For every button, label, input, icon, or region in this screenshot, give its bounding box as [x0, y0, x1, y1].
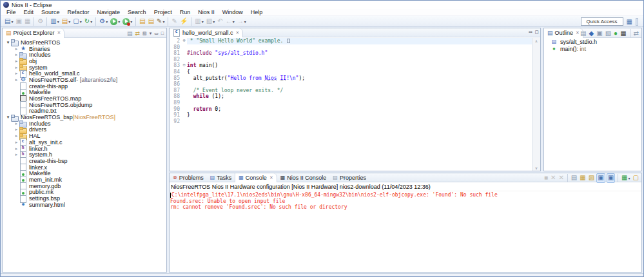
tree-item-niosfreertos-elf[interactable]: ▸⚙NiosFreeRTOS.elf - [alteranios2/le]: [3, 77, 166, 83]
tree-item-memory-gdb[interactable]: memory.gdb: [3, 183, 166, 189]
menu-help[interactable]: Help: [247, 9, 267, 15]
word-wrap-button[interactable]: ▧: [588, 173, 595, 183]
new-file-button[interactable]: ▢▾: [72, 17, 82, 26]
tree-item-settings-bsp[interactable]: settings.bsp: [3, 195, 166, 202]
open-type-button[interactable]: ▥▾: [194, 17, 204, 26]
menu-window[interactable]: Window: [219, 9, 247, 15]
menu-refactor[interactable]: Refactor: [64, 9, 93, 15]
new-console-view-button[interactable]: ▢: [632, 173, 639, 183]
hide-static-members-button[interactable]: ▧: [605, 28, 612, 38]
run-button[interactable]: ▾: [110, 17, 121, 26]
view-menu-icon[interactable]: ▾: [150, 31, 152, 36]
tab-tasks[interactable]: ▤Tasks: [207, 173, 235, 182]
chevron-right-icon[interactable]: ▸: [14, 59, 19, 64]
tab-project-explorer[interactable]: ▤ Project Explorer ✕: [3, 28, 64, 38]
paintbrush-button[interactable]: ✎▾: [156, 17, 165, 26]
toggle-mark-occurrences-button[interactable]: ⚡: [179, 17, 188, 26]
back-button[interactable]: ←▾: [225, 17, 235, 26]
external-tools-button[interactable]: ▾: [122, 17, 133, 26]
tree-item-niosfreertos-map[interactable]: NiosFreeRTOS.map: [3, 95, 166, 102]
chevron-down-icon[interactable]: ▾: [5, 115, 11, 120]
tree-item-public-mk[interactable]: public.mk: [3, 189, 166, 196]
terminate-button[interactable]: ■: [543, 173, 549, 183]
last-edit-location-button[interactable]: ↶: [217, 17, 223, 26]
new-nios-project-button[interactable]: ▥▾: [50, 17, 59, 26]
tree-item-niosfreertos-objdump[interactable]: NiosFreeRTOS.objdump: [3, 102, 166, 108]
focus-icon[interactable]: ▧: [142, 31, 147, 36]
tree-item-readme-txt[interactable]: readme.txt: [3, 108, 166, 115]
close-icon[interactable]: ✕: [236, 30, 240, 35]
scroll-down-icon[interactable]: ∨: [535, 166, 538, 170]
maximize-icon[interactable]: □: [535, 29, 538, 35]
filters-button[interactable]: ▦: [620, 28, 627, 38]
tree-item-create-this-app[interactable]: create-this-app: [3, 83, 166, 90]
outline-item-sys-alt-stdio-h[interactable]: ▤sys/alt_stdio.h: [544, 38, 641, 45]
save-button[interactable]: ▣: [15, 17, 22, 26]
sort-button[interactable]: ◆: [589, 28, 595, 38]
remove-launch-button[interactable]: ✕: [550, 173, 556, 183]
flash-programmer-button[interactable]: ▤: [139, 17, 146, 26]
remove-all-launches-button[interactable]: ✕: [558, 173, 564, 183]
console-output[interactable]: C:\intelfpga_lite\17.1\nios2eds\bin\gnu\…: [170, 191, 641, 211]
link-with-editor-icon[interactable]: ⇄: [135, 30, 140, 37]
chevron-right-icon[interactable]: ▸: [14, 152, 19, 157]
collapse-all-button[interactable]: ▤: [580, 28, 587, 38]
fold-toggle-icon[interactable]: ⊖: [181, 62, 187, 69]
tree-item-niosfreertos-bsp[interactable]: ▾NiosFreeRTOS_bsp [NiosFreeRTOS]: [3, 114, 166, 120]
menu-edit[interactable]: Edit: [20, 9, 38, 15]
hide-fields-button[interactable]: ▣: [596, 28, 603, 38]
outline-item-main[interactable]: ●main() : int: [544, 45, 641, 52]
chevron-down-icon[interactable]: ▾: [5, 40, 11, 45]
chevron-right-icon[interactable]: ▸: [14, 133, 19, 138]
tree-item-summary-html[interactable]: ●summary.html: [3, 202, 166, 208]
menu-nios-ii[interactable]: Nios II: [194, 9, 219, 15]
link-with-editor-button[interactable]: ⇄: [633, 28, 639, 38]
tab-editor-hello-world-small[interactable]: hello_world_small.c ✕: [170, 28, 243, 37]
tab-problems[interactable]: ⊗Problems: [170, 173, 207, 182]
chevron-right-icon[interactable]: ▸: [14, 146, 19, 151]
new-folder-button[interactable]: ▤▾: [61, 17, 71, 26]
new-button[interactable]: ▤▾: [4, 17, 14, 26]
hide-non-public-button[interactable]: ●: [613, 28, 618, 38]
tree-item-niosfreertos[interactable]: ▾NiosFreeRTOS: [3, 39, 166, 46]
search-button[interactable]: ▧▾: [206, 17, 215, 26]
chevron-right-icon[interactable]: ▸: [14, 140, 19, 145]
tree-item-alt-sys-init-c[interactable]: ▸alt_sys_init.c: [3, 139, 166, 146]
maximize-icon[interactable]: □: [161, 31, 164, 35]
display-selected-console-button[interactable]: ▣: [607, 173, 615, 183]
chevron-right-icon[interactable]: ▸: [14, 121, 19, 126]
chevron-right-icon[interactable]: ▸: [14, 46, 19, 52]
menu-project[interactable]: Project: [150, 9, 176, 15]
quick-access-button[interactable]: Quick Access: [581, 17, 623, 26]
tree-item-makefile[interactable]: Makefile: [3, 90, 166, 96]
chevron-right-icon[interactable]: ▸: [14, 52, 19, 57]
fold-toggle-icon[interactable]: ⊕: [181, 38, 187, 44]
tree-item-makefile[interactable]: Makefile: [3, 170, 166, 177]
collapsed-region-icon[interactable]: [287, 39, 290, 43]
tree-item-hal[interactable]: ▸HAL: [3, 133, 166, 139]
pin-console-button[interactable]: ▣: [596, 173, 605, 183]
menu-file[interactable]: File: [3, 9, 20, 15]
tab-outline[interactable]: ▤ Outline ✕: [544, 28, 583, 38]
debug-button[interactable]: ⚙▾: [99, 17, 108, 26]
chevron-right-icon[interactable]: ▸: [14, 65, 19, 70]
close-icon[interactable]: ✕: [57, 30, 61, 35]
menu-run[interactable]: Run: [176, 9, 195, 15]
menu-source[interactable]: Source: [37, 9, 64, 15]
tree-item-linker-x[interactable]: linker.x: [3, 164, 166, 171]
forward-button[interactable]: →▾: [237, 17, 247, 26]
build-all-button[interactable]: ⚙: [37, 17, 44, 26]
tree-item-obj[interactable]: ▸obj: [3, 58, 166, 64]
minimize-icon[interactable]: ▭: [154, 31, 159, 36]
open-console-button[interactable]: ▦▾: [621, 173, 630, 183]
tab-nios-ii-console[interactable]: ▦Nios II Console: [277, 173, 330, 182]
save-all-button[interactable]: ▦: [24, 17, 31, 26]
clear-console-button[interactable]: ▤: [571, 173, 578, 183]
tree-item-includes[interactable]: ▸Includes: [3, 120, 166, 127]
code-editor[interactable]: 2⊕ * "Small Hello World" example. 8081#i…: [170, 38, 532, 171]
tree-item-system-h[interactable]: ▸system.h: [3, 151, 166, 158]
tree-item-system[interactable]: ▸system: [3, 64, 166, 71]
tree-item-create-this-bsp[interactable]: create-this-bsp: [3, 158, 166, 164]
tree-item-includes[interactable]: ▸Includes: [3, 52, 166, 58]
minimize-icon[interactable]: ▭: [529, 29, 532, 35]
